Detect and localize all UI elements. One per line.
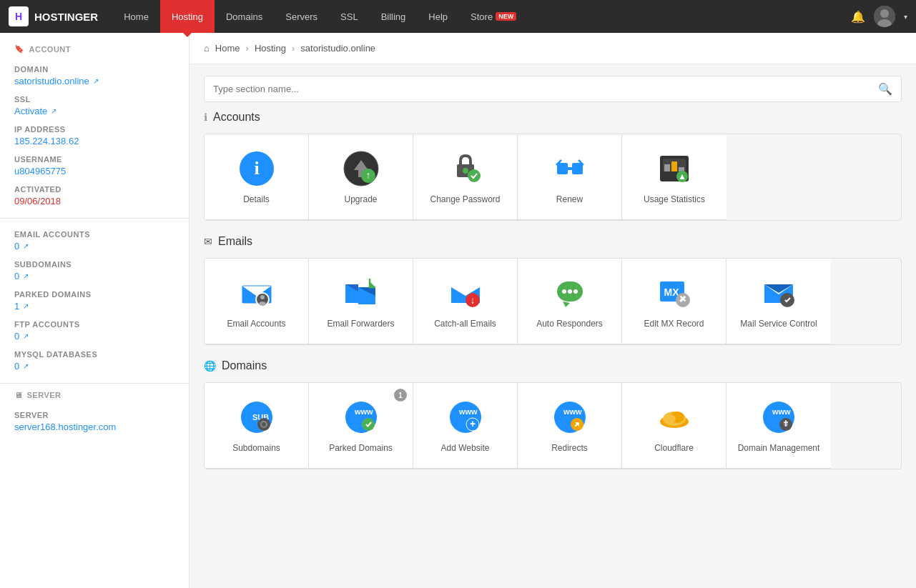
breadcrumb-hosting[interactable]: Hosting bbox=[255, 43, 286, 54]
change-password-icon bbox=[447, 150, 484, 187]
card-usage-statistics[interactable]: ▲ Usage Statistics bbox=[622, 134, 727, 220]
external-link-icon: ↗ bbox=[23, 242, 29, 250]
card-upgrade[interactable]: ↑ Upgrade bbox=[309, 134, 413, 220]
home-icon: ⌂ bbox=[204, 43, 210, 54]
parked-domains-icon: www bbox=[343, 399, 380, 436]
card-renew[interactable]: Renew bbox=[518, 134, 622, 220]
card-add-website-label: Add Website bbox=[441, 443, 490, 453]
external-link-icon: ↗ bbox=[23, 272, 29, 280]
nav-billing[interactable]: Billing bbox=[370, 0, 418, 33]
card-domain-management[interactable]: www Domain Management bbox=[727, 383, 831, 469]
emails-section: ✉ Emails bbox=[204, 235, 902, 345]
emails-card-grid: Email Accounts bbox=[204, 258, 902, 345]
card-renew-label: Renew bbox=[556, 194, 583, 204]
emails-section-title: ✉ Emails bbox=[204, 235, 902, 248]
svg-text:+: + bbox=[469, 418, 475, 429]
accounts-card-grid: i Details ↑ Upgrade bbox=[204, 134, 902, 221]
accounts-section: ℹ Accounts i Details bbox=[204, 111, 902, 221]
sidebar-username: USERNAME u804965775 bbox=[0, 151, 189, 181]
svg-point-10 bbox=[468, 169, 481, 182]
bell-icon[interactable]: 🔔 bbox=[851, 10, 865, 24]
chevron-down-icon[interactable]: ▾ bbox=[904, 13, 907, 21]
sidebar-server: SERVER server168.hostinger.com bbox=[0, 407, 189, 437]
breadcrumb-domain: satoristudio.online bbox=[300, 43, 375, 54]
sidebar-ssl: SSL Activate ↗ bbox=[0, 91, 189, 121]
avatar[interactable] bbox=[874, 6, 895, 27]
card-mail-service-control-label: Mail Service Control bbox=[740, 319, 817, 329]
domain-management-icon: www bbox=[760, 399, 797, 436]
search-input[interactable] bbox=[213, 76, 878, 101]
add-website-icon: www + bbox=[447, 399, 484, 436]
svg-point-1 bbox=[880, 9, 889, 18]
card-auto-responders[interactable]: Auto Responders bbox=[518, 259, 622, 344]
svg-rect-11 bbox=[557, 163, 568, 174]
external-link-icon: ↗ bbox=[23, 302, 29, 310]
nav-domains[interactable]: Domains bbox=[215, 0, 274, 33]
breadcrumb-sep2: › bbox=[292, 43, 295, 54]
nav-right: 🔔 ▾ bbox=[851, 6, 907, 27]
svg-text:↓: ↓ bbox=[470, 294, 475, 305]
svg-rect-15 bbox=[664, 164, 670, 171]
breadcrumb: ⌂ Home › Hosting › satoristudio.online bbox=[189, 33, 916, 64]
domains-card-grid: SUB Subdomains bbox=[204, 382, 902, 469]
card-subdomains[interactable]: SUB Subdomains bbox=[205, 383, 309, 469]
server-icon: 🖥 bbox=[14, 391, 23, 399]
email-section-icon: ✉ bbox=[204, 236, 212, 247]
breadcrumb-home[interactable]: Home bbox=[215, 43, 240, 54]
redirects-icon: www bbox=[551, 399, 588, 436]
card-catch-all-emails-label: Catch-all Emails bbox=[434, 319, 496, 329]
card-email-accounts[interactable]: Email Accounts bbox=[205, 259, 309, 344]
card-edit-mx-record-label: Edit MX Record bbox=[644, 319, 704, 329]
svg-point-61 bbox=[784, 422, 788, 427]
card-mail-service-control[interactable]: Mail Service Control bbox=[727, 259, 831, 344]
card-details[interactable]: i Details bbox=[205, 134, 309, 220]
card-redirects[interactable]: www Redirects bbox=[518, 383, 622, 469]
breadcrumb-sep1: › bbox=[246, 43, 249, 54]
nav-ssl[interactable]: SSL bbox=[329, 0, 370, 33]
card-catch-all-emails[interactable]: ↓ Catch-all Emails bbox=[413, 259, 518, 344]
cloudflare-icon bbox=[656, 399, 693, 436]
svg-rect-12 bbox=[572, 163, 583, 174]
card-email-forwarders[interactable]: Email Forwarders bbox=[309, 259, 413, 344]
card-change-password[interactable]: Change Password bbox=[413, 134, 518, 220]
card-usage-statistics-label: Usage Statistics bbox=[644, 194, 705, 204]
svg-point-29 bbox=[573, 289, 578, 294]
card-cloudflare-label: Cloudflare bbox=[654, 443, 694, 453]
external-link-icon: ↗ bbox=[93, 77, 99, 85]
sidebar-divider-2 bbox=[0, 383, 189, 384]
logo-icon: H bbox=[9, 6, 29, 26]
bookmark-icon: 🔖 bbox=[14, 44, 25, 54]
external-link-icon: ↗ bbox=[51, 107, 56, 115]
topnav: H HOSTINGER Home Hosting Domains Servers… bbox=[0, 0, 916, 33]
external-link-icon: ↗ bbox=[23, 332, 29, 340]
nav-servers[interactable]: Servers bbox=[274, 0, 329, 33]
card-cloudflare[interactable]: Cloudflare bbox=[622, 383, 727, 469]
svg-point-9 bbox=[463, 168, 468, 174]
search-icon: 🔍 bbox=[878, 82, 892, 96]
card-domain-management-label: Domain Management bbox=[738, 443, 820, 453]
svg-rect-16 bbox=[671, 161, 677, 171]
logo[interactable]: H HOSTINGER bbox=[9, 6, 98, 26]
nav-help[interactable]: Help bbox=[417, 0, 459, 33]
renew-icon bbox=[551, 150, 588, 187]
svg-point-22 bbox=[260, 295, 265, 299]
card-email-accounts-label: Email Accounts bbox=[227, 319, 285, 329]
domains-section-title: 🌐 Domains bbox=[204, 359, 902, 372]
sidebar-subdomains: SUBDOMAINS 0 ↗ bbox=[0, 256, 189, 286]
domains-section: 🌐 Domains SUB bbox=[204, 359, 902, 469]
card-parked-domains[interactable]: 1 www Parked Domains bbox=[309, 383, 413, 469]
external-link-icon: ↗ bbox=[23, 362, 29, 370]
card-add-website[interactable]: www + Add Website bbox=[413, 383, 518, 469]
nav-store[interactable]: Store NEW bbox=[459, 0, 528, 33]
email-accounts-icon bbox=[238, 274, 275, 312]
main-content: ⌂ Home › Hosting › satoristudio.online 🔍… bbox=[189, 33, 916, 588]
card-edit-mx-record[interactable]: MX Edit MX Record bbox=[622, 259, 727, 344]
svg-text:www: www bbox=[354, 407, 373, 416]
globe-icon: 🌐 bbox=[204, 360, 216, 372]
nav-home[interactable]: Home bbox=[112, 0, 160, 33]
card-details-label: Details bbox=[243, 194, 270, 204]
svg-text:www: www bbox=[563, 407, 582, 416]
usage-statistics-icon: ▲ bbox=[656, 150, 693, 187]
nav-hosting[interactable]: Hosting bbox=[160, 0, 215, 33]
sidebar-ip: IP ADDRESS 185.224.138.62 bbox=[0, 121, 189, 151]
